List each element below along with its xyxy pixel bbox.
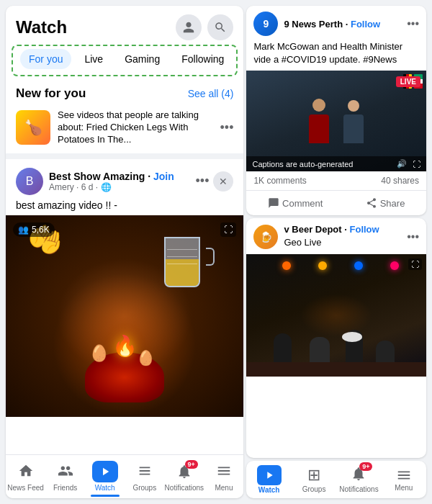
beer-card: 🍺 v Beer Depot · Follow Geo Live ••• bbox=[246, 218, 426, 458]
more-options-icon[interactable]: ••• bbox=[220, 120, 234, 135]
news-author: 9 News Perth · Follow bbox=[284, 19, 401, 30]
right-groups-icon: ⊞ bbox=[307, 466, 320, 485]
notification-badge-container: 9+ bbox=[176, 464, 192, 482]
beer-video-content bbox=[246, 254, 426, 377]
nav-menu[interactable]: Menu bbox=[204, 463, 243, 492]
post-header-actions: ••• ✕ bbox=[196, 171, 234, 192]
beer-follow-link[interactable]: Follow bbox=[350, 224, 379, 235]
beer-text: Geo Live bbox=[284, 235, 401, 249]
live-video[interactable]: LIVE Captions are auto-generated 🔊 ⛶ bbox=[246, 71, 426, 171]
nav-news-feed[interactable]: News Feed bbox=[6, 463, 45, 492]
share-icon bbox=[366, 197, 377, 209]
comment-button[interactable]: Comment bbox=[261, 194, 330, 212]
close-post-button[interactable]: ✕ bbox=[213, 171, 233, 192]
tab-following[interactable]: Following bbox=[173, 49, 233, 69]
nav-watch[interactable]: Watch bbox=[85, 461, 125, 494]
news-feed-icon bbox=[18, 463, 34, 482]
news-more-icon[interactable]: ••• bbox=[407, 17, 419, 30]
suggested-thumb: 🍗 bbox=[16, 110, 50, 145]
post-more-icon[interactable]: ••• bbox=[196, 174, 210, 189]
spacer bbox=[6, 417, 243, 454]
right-notif-badge-container: 9+ bbox=[351, 466, 366, 485]
right-nav-groups-label: Groups bbox=[302, 485, 326, 493]
comment-icon bbox=[268, 197, 279, 209]
see-all-link[interactable]: See all (4) bbox=[188, 88, 234, 99]
beer-author: v Beer Depot · Follow bbox=[284, 224, 401, 235]
watch-header: Watch bbox=[6, 6, 243, 45]
right-notif-badge: 9+ bbox=[359, 462, 372, 471]
tab-for-you[interactable]: For you bbox=[20, 49, 71, 69]
tab-gaming[interactable]: Gaming bbox=[116, 49, 168, 69]
friends-icon bbox=[58, 463, 73, 482]
suggested-text: See videos that people are talking about… bbox=[58, 109, 213, 146]
beer-fullscreen-btn[interactable]: ⛶ bbox=[408, 258, 422, 270]
bar-scene bbox=[246, 254, 426, 377]
news-card: 9 9 News Perth · Follow ••• Mark McGowan… bbox=[246, 6, 426, 215]
nav-menu-label: Menu bbox=[215, 484, 233, 492]
volume-icon[interactable]: 🔊 bbox=[397, 159, 407, 168]
header-icons bbox=[176, 14, 233, 40]
tab-live[interactable]: Live bbox=[76, 49, 112, 69]
nav-friends[interactable]: Friends bbox=[45, 463, 85, 492]
notification-badge: 9+ bbox=[185, 460, 198, 469]
right-bottom-nav: Watch ⊞ Groups 9+ Notifications Menu bbox=[246, 461, 426, 498]
divider bbox=[6, 153, 243, 159]
right-nav-watch-label: Watch bbox=[258, 486, 280, 494]
nav-groups-label: Groups bbox=[132, 484, 156, 492]
expand-icon[interactable]: ⛶ bbox=[413, 160, 420, 168]
beer-video[interactable]: ⛶ bbox=[246, 254, 426, 377]
right-menu-icon bbox=[396, 467, 412, 483]
post-sub: Amery · 6 d · 🌐 bbox=[49, 182, 190, 192]
right-nav-notifications[interactable]: 9+ Notifications bbox=[336, 466, 381, 493]
right-nav-groups[interactable]: ⊞ Groups bbox=[292, 466, 336, 493]
post-meta: Best Show Amazing · Join Amery · 6 d · 🌐 bbox=[49, 171, 190, 192]
nav-groups[interactable]: Groups bbox=[125, 463, 164, 492]
suggested-video-item[interactable]: 🍗 See videos that people are talking abo… bbox=[6, 105, 243, 150]
right-nav-menu[interactable]: Menu bbox=[382, 467, 426, 492]
news-meta: 9 News Perth · Follow bbox=[284, 19, 401, 30]
post-caption: best amazing video !! - bbox=[6, 198, 243, 215]
nav-watch-label: Watch bbox=[95, 484, 115, 492]
right-nav-menu-label: Menu bbox=[395, 484, 413, 492]
tabs-container: For you Live Gaming Following bbox=[12, 45, 238, 76]
nav-friends-label: Friends bbox=[53, 484, 77, 492]
follow-link[interactable]: Follow bbox=[351, 19, 380, 30]
profile-icon-button[interactable] bbox=[176, 14, 202, 40]
new-for-you-section: New for you See all (4) bbox=[6, 82, 243, 105]
menu-icon bbox=[216, 463, 232, 482]
video-controls: 🔊 ⛶ bbox=[397, 159, 420, 168]
groups-icon bbox=[137, 463, 153, 482]
share-button[interactable]: Share bbox=[359, 194, 413, 212]
new-for-you-title: New for you bbox=[16, 86, 86, 101]
beer-meta: v Beer Depot · Follow Geo Live bbox=[284, 224, 401, 249]
captions-text: Captions are auto-generated bbox=[252, 160, 353, 168]
news-avatar: 9 bbox=[253, 12, 278, 36]
nav-notifications[interactable]: 9+ Notifications bbox=[164, 464, 204, 492]
live-badge: LIVE bbox=[396, 76, 420, 87]
beer-more-icon[interactable]: ••• bbox=[407, 230, 419, 243]
bottom-nav: News Feed Friends Watch Groups 9+ bbox=[6, 454, 243, 498]
comment-count: 1K comments bbox=[253, 176, 306, 186]
nav-notif-label: Notifications bbox=[165, 484, 204, 492]
beer-header: 🍺 v Beer Depot · Follow Geo Live ••• bbox=[246, 218, 426, 253]
share-btn-label: Share bbox=[380, 198, 405, 209]
right-nav-watch[interactable]: Watch bbox=[246, 465, 291, 494]
nav-active-indicator bbox=[91, 495, 120, 497]
post-author-name: Best Show Amazing · Join bbox=[49, 171, 190, 182]
action-bar: Comment Share bbox=[246, 191, 426, 215]
post-author-avatar: B bbox=[16, 168, 43, 195]
right-nav-notif-label: Notifications bbox=[339, 485, 378, 493]
post-header: B Best Show Amazing · Join Amery · 6 d ·… bbox=[6, 162, 243, 198]
video-container[interactable]: 🔥 🥚 🥚 🤲 bbox=[6, 215, 243, 417]
watch-title: Watch bbox=[16, 17, 67, 37]
nav-feed-label: News Feed bbox=[7, 484, 44, 492]
search-icon-button[interactable] bbox=[207, 14, 233, 40]
viewer-count: 👥 5,6K bbox=[13, 222, 55, 237]
fullscreen-button[interactable]: ⛶ bbox=[220, 222, 236, 237]
join-link[interactable]: Join bbox=[153, 171, 174, 182]
right-panel: 9 9 News Perth · Follow ••• Mark McGowan… bbox=[246, 6, 426, 498]
comment-btn-label: Comment bbox=[282, 198, 323, 209]
watch-nav-box bbox=[92, 461, 118, 482]
video-people bbox=[309, 99, 364, 143]
left-panel: Watch For you Live Gaming Following New … bbox=[6, 6, 243, 498]
